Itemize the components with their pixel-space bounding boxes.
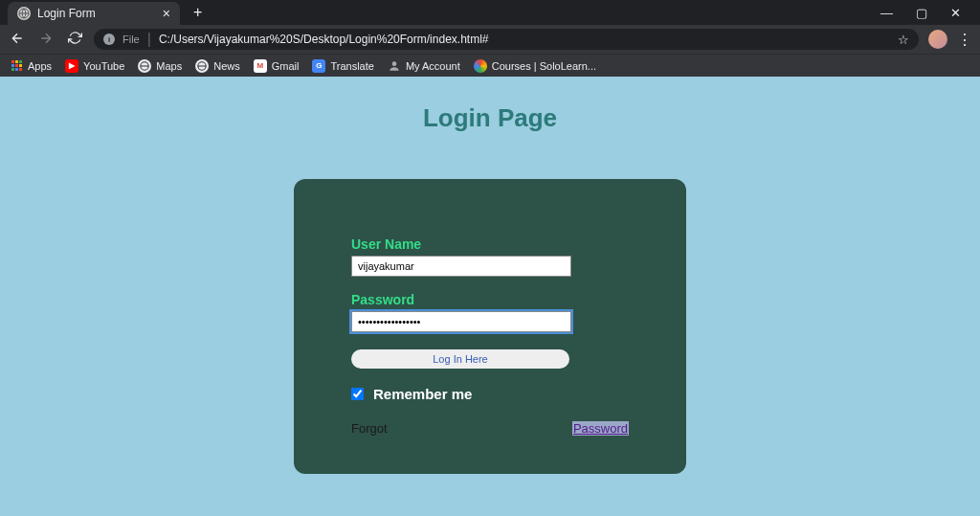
forward-button[interactable] [36,31,56,49]
browser-tab[interactable]: Login Form × [8,2,180,25]
tab-title: Login Form [37,7,163,20]
bookmark-maps[interactable]: Maps [138,59,182,73]
new-tab-button[interactable]: + [193,4,202,21]
forgot-password-link[interactable]: Password [572,421,629,436]
reload-button[interactable] [65,31,84,48]
address-url: C:/Users/Vijayakumar%20S/Desktop/Login%2… [159,33,489,46]
bookmark-gmail[interactable]: M Gmail [254,59,300,73]
star-icon[interactable]: ☆ [898,33,909,47]
tab-bar: Login Form × + — ▢ ✕ [0,0,980,25]
profile-avatar[interactable] [928,30,947,49]
back-button[interactable] [8,31,27,49]
address-bar[interactable]: i File | C:/Users/Vijayakumar%20S/Deskto… [94,29,919,50]
page-content: Login Page User Name Password Log In Her… [0,77,980,516]
page-title: Login Page [423,103,557,133]
bookmark-apps[interactable]: Apps [10,59,52,73]
bookmark-youtube[interactable]: ▶ YouTube [65,59,124,73]
translate-icon: G [312,59,325,73]
close-icon[interactable]: × [163,6,170,21]
maximize-button[interactable]: ▢ [916,6,927,20]
account-icon [388,59,401,73]
close-window-button[interactable]: ✕ [950,6,961,20]
forgot-text: Forgot [351,421,388,436]
bookmark-translate[interactable]: G Translate [312,59,373,73]
password-label: Password [351,292,629,307]
remember-label: Remember me [373,386,472,402]
bookmark-myaccount[interactable]: My Account [388,59,460,73]
nav-bar: i File | C:/Users/Vijayakumar%20S/Deskto… [0,25,980,54]
password-input[interactable] [351,311,571,332]
globe-icon [195,59,209,73]
sololearn-icon [474,59,487,73]
bookmark-news[interactable]: News [195,59,240,73]
globe-icon [17,7,31,20]
remember-checkbox[interactable] [351,388,364,400]
apps-grid-icon [10,59,23,73]
address-scheme: File [122,34,140,45]
bookmark-courses[interactable]: Courses | SoloLearn... [474,59,596,73]
username-label: User Name [351,236,629,252]
globe-icon [138,59,151,73]
menu-button[interactable]: ⋮ [957,31,972,49]
login-card: User Name Password Log In Here Remember … [294,179,686,474]
minimize-button[interactable]: — [880,6,893,20]
info-icon[interactable]: i [103,34,115,45]
gmail-icon: M [254,59,267,73]
svg-point-3 [392,61,397,66]
youtube-icon: ▶ [65,59,78,73]
bookmarks-bar: Apps ▶ YouTube Maps News M Gmail G Trans… [0,54,980,77]
username-input[interactable] [351,256,571,277]
login-button[interactable]: Log In Here [351,349,569,369]
